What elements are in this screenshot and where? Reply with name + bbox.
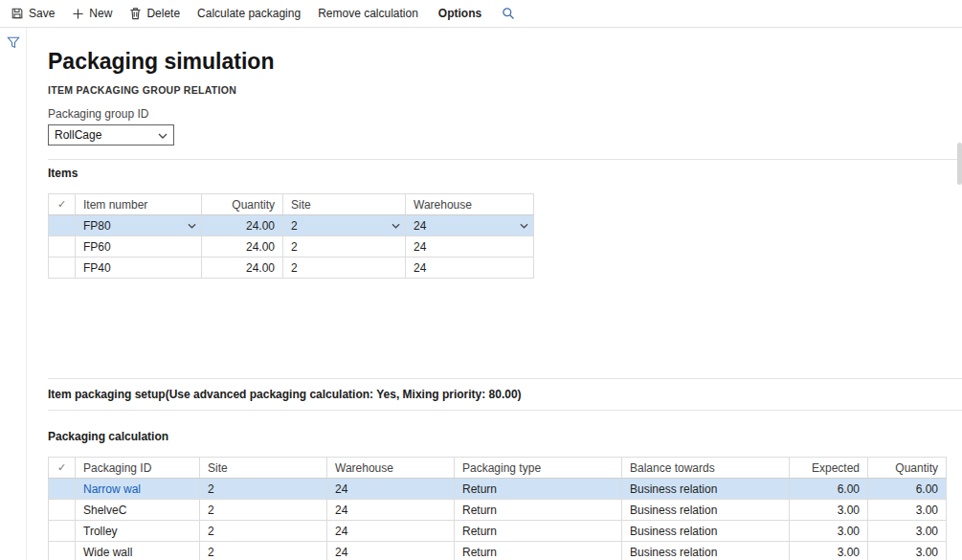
grid-cell[interactable]: 3.00 — [790, 500, 868, 521]
cell-value: 3.00 — [916, 504, 938, 517]
row-select-cell[interactable] — [49, 542, 76, 560]
cell-value: FP60 — [83, 240, 111, 254]
column-header-warehouse[interactable]: Warehouse — [327, 458, 455, 479]
grid-cell[interactable]: Return — [455, 521, 622, 542]
grid-cell[interactable]: 3.00 — [790, 542, 868, 560]
grid-cell[interactable]: Return — [455, 500, 622, 521]
save-button[interactable]: Save — [2, 0, 63, 27]
table-row[interactable]: Wide wall224ReturnBusiness relation3.003… — [49, 542, 947, 560]
grid-cell[interactable]: 24 — [327, 479, 455, 500]
grid-cell[interactable]: Wide wall — [76, 542, 200, 560]
grid-cell[interactable]: 24.00 — [202, 236, 283, 258]
column-header-warehouse[interactable]: Warehouse — [406, 194, 534, 215]
grid-cell[interactable]: ShelveC — [76, 500, 200, 521]
grid-cell[interactable]: 2 — [283, 258, 406, 279]
column-header-packaging-type[interactable]: Packaging type — [455, 458, 622, 479]
remove-calculation-button[interactable]: Remove calculation — [309, 0, 427, 27]
scrollbar-thumb[interactable] — [957, 143, 962, 185]
grid-cell[interactable]: 24 — [327, 500, 455, 521]
table-row[interactable]: Narrow wal224ReturnBusiness relation6.00… — [49, 479, 947, 500]
chevron-down-icon[interactable] — [520, 223, 528, 229]
grid-cell[interactable]: FP60 — [76, 236, 202, 258]
grid-cell[interactable]: 3.00 — [790, 521, 868, 542]
options-label: Options — [438, 7, 481, 20]
cell-value: 24 — [335, 482, 347, 496]
grid-cell[interactable]: 3.00 — [868, 500, 947, 521]
cell-value: Wide wall — [83, 546, 132, 559]
cell-value: Business relation — [630, 482, 717, 496]
grid-cell[interactable]: 24 — [327, 521, 455, 542]
calc-section-title[interactable]: Packaging calculation — [48, 423, 962, 449]
grid-cell[interactable]: 2 — [283, 215, 406, 236]
save-label: Save — [29, 7, 55, 20]
grid-cell[interactable]: 24 — [406, 236, 534, 258]
cell-value: 6.00 — [916, 482, 938, 496]
grid-cell[interactable]: FP40 — [76, 258, 202, 279]
grid-cell[interactable]: Business relation — [622, 521, 790, 542]
cell-value: 24 — [414, 219, 426, 233]
new-button[interactable]: New — [63, 0, 121, 27]
table-row[interactable]: FP4024.00224 — [49, 258, 534, 279]
chevron-down-icon[interactable] — [392, 223, 400, 229]
row-select-cell[interactable] — [49, 236, 76, 258]
grid-cell[interactable]: 3.00 — [868, 542, 947, 560]
column-header-item-number[interactable]: Item number — [76, 194, 202, 215]
grid-cell[interactable]: 2 — [200, 521, 327, 542]
column-header-balance-towards[interactable]: Balance towards — [622, 458, 790, 479]
column-header-site[interactable]: Site — [200, 458, 327, 479]
grid-cell[interactable]: Trolley — [76, 521, 200, 542]
grid-cell[interactable]: 24.00 — [202, 215, 283, 236]
grid-cell[interactable]: Business relation — [622, 542, 790, 560]
grid-cell[interactable]: Return — [455, 542, 622, 560]
cell-value: 2 — [208, 504, 214, 517]
table-row[interactable]: FP6024.00224 — [49, 236, 534, 258]
grid-cell[interactable]: Business relation — [622, 479, 790, 500]
item-packaging-setup-section[interactable]: Item packaging setup(Use advanced packag… — [48, 378, 962, 411]
cell-value: 2 — [291, 240, 298, 254]
cell-value: 24 — [414, 261, 426, 275]
grid-cell[interactable]: 2 — [200, 479, 327, 500]
search-button[interactable] — [493, 0, 524, 27]
grid-cell[interactable]: 2 — [200, 500, 327, 521]
grid-cell[interactable]: 24 — [406, 215, 534, 236]
column-header-expected[interactable]: Expected — [790, 458, 868, 479]
grid-cell[interactable]: Narrow wal — [76, 479, 200, 500]
column-header-quantity[interactable]: Quantity — [868, 458, 947, 479]
items-section-title[interactable]: Items — [48, 160, 962, 186]
grid-cell[interactable]: 6.00 — [790, 479, 868, 500]
grid-cell[interactable]: 2 — [283, 236, 406, 258]
column-header-quantity[interactable]: Quantity — [202, 194, 283, 215]
options-button[interactable]: Options — [427, 0, 493, 27]
grid-cell[interactable]: 24.00 — [202, 258, 283, 279]
grid-cell[interactable]: 6.00 — [868, 479, 947, 500]
row-select-cell[interactable] — [49, 215, 76, 236]
grid-cell[interactable]: 24 — [327, 542, 455, 560]
items-section: Items ✓Item numberQuantitySiteWarehouse … — [48, 159, 962, 378]
column-header-packaging-id[interactable]: Packaging ID — [76, 458, 200, 479]
calculate-packaging-label: Calculate packaging — [197, 7, 301, 20]
grid-cell[interactable]: Return — [455, 479, 622, 500]
column-header-site[interactable]: Site — [283, 194, 406, 215]
table-row[interactable]: FP8024.00224 — [49, 215, 534, 236]
chevron-down-icon[interactable] — [158, 128, 168, 142]
filter-button[interactable] — [5, 34, 22, 54]
delete-button[interactable]: Delete — [121, 0, 189, 27]
row-select-cell[interactable] — [49, 479, 76, 500]
grid-cell[interactable]: 3.00 — [868, 521, 947, 542]
select-all-cell[interactable]: ✓ — [49, 194, 76, 215]
packaging-group-id-combobox[interactable]: RollCage — [48, 124, 174, 146]
grid-cell[interactable]: 2 — [200, 542, 327, 560]
row-select-cell[interactable] — [49, 500, 76, 521]
calculate-packaging-button[interactable]: Calculate packaging — [189, 0, 309, 27]
cell-value: 2 — [291, 261, 298, 275]
grid-cell[interactable]: 24 — [406, 258, 534, 279]
grid-cell[interactable]: FP80 — [76, 215, 202, 236]
row-select-cell[interactable] — [49, 258, 76, 279]
select-all-cell[interactable]: ✓ — [49, 458, 76, 479]
grid-cell[interactable]: Business relation — [622, 500, 790, 521]
table-row[interactable]: Trolley224ReturnBusiness relation3.003.0… — [49, 521, 947, 542]
chevron-down-icon[interactable] — [188, 223, 196, 229]
table-row[interactable]: ShelveC224ReturnBusiness relation3.003.0… — [49, 500, 947, 521]
cell-value: 24 — [335, 504, 347, 517]
row-select-cell[interactable] — [49, 521, 76, 542]
